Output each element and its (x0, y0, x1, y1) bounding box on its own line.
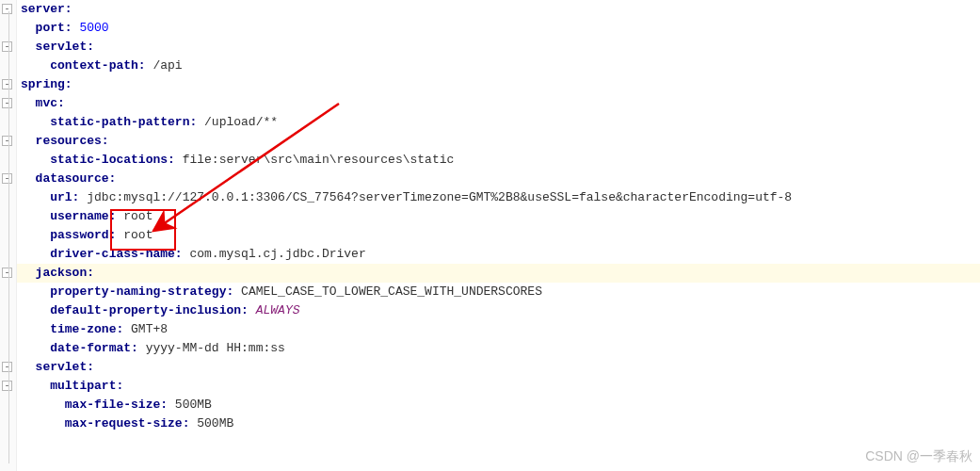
code-line: max-file-size: 500MB (17, 396, 980, 414)
yaml-value: CAMEL_CASE_TO_LOWER_CASE_WITH_UNDERSCORE… (241, 284, 542, 299)
yaml-value: GMT+8 (131, 322, 168, 336)
yaml-key: static-locations: (50, 153, 175, 167)
code-line: servlet: (17, 358, 980, 377)
yaml-key: servlet: (36, 40, 94, 54)
fold-toggle[interactable]: - (2, 98, 12, 108)
yaml-key: driver-class-name: (50, 247, 182, 261)
watermark: CSDN @一季春秋 (865, 447, 972, 465)
code-line: spring: (17, 75, 980, 94)
yaml-key: jackson: (36, 266, 94, 280)
code-line: password: root (17, 226, 980, 245)
fold-toggle[interactable]: - (2, 381, 12, 391)
yaml-key: port: (36, 21, 72, 35)
code-line: time-zone: GMT+8 (17, 320, 980, 339)
yaml-value: 500MB (197, 416, 233, 430)
fold-toggle[interactable]: - (2, 4, 12, 14)
yaml-key: username: (50, 209, 116, 223)
yaml-key: time-zone: (50, 322, 123, 336)
fold-toggle[interactable]: - (2, 362, 12, 372)
code-line: context-path: /api (17, 57, 980, 75)
fold-toggle[interactable]: - (2, 136, 12, 146)
yaml-key: max-file-size: (65, 398, 168, 412)
code-line: default-property-inclusion: ALWAYS (17, 301, 980, 320)
fold-toggle[interactable]: - (2, 79, 12, 89)
code-line: static-path-pattern: /upload/** (17, 113, 980, 132)
yaml-value: ALWAYS (256, 303, 300, 317)
yaml-key: max-request-size: (65, 416, 190, 430)
yaml-key: static-path-pattern: (50, 115, 197, 129)
fold-toggle[interactable]: - (2, 173, 12, 184)
yaml-value: root (123, 209, 153, 223)
code-line: datasource: (17, 170, 980, 188)
code-editor[interactable]: server: port: 5000 servlet: context-path… (17, 0, 980, 433)
yaml-key: context-path: (50, 58, 145, 73)
code-line: mvc: (17, 94, 980, 113)
yaml-value: com.mysql.cj.jdbc.Driver (189, 247, 365, 261)
yaml-value: jdbc:mysql://127.0.0.1:3306/CS_77564?ser… (87, 190, 792, 204)
yaml-value: 5000 (79, 21, 108, 35)
yaml-key: mvc: (36, 96, 65, 110)
yaml-value: /upload/** (204, 115, 278, 129)
yaml-value: root (123, 228, 153, 242)
yaml-value: 500MB (175, 398, 212, 412)
yaml-key: servlet: (36, 360, 94, 374)
code-line: static-locations: file:server\src\main\r… (17, 151, 980, 170)
fold-toggle[interactable]: - (2, 41, 12, 52)
fold-toggle[interactable]: - (2, 268, 12, 278)
code-line: url: jdbc:mysql://127.0.0.1:3306/CS_7756… (17, 188, 980, 207)
editor-gutter: - - - - - - - - - (0, 0, 17, 471)
code-line: max-request-size: 500MB (17, 414, 980, 433)
yaml-key: date-format: (50, 341, 138, 355)
code-line: servlet: (17, 38, 980, 57)
yaml-value: yyyy-MM-dd HH:mm:ss (146, 341, 285, 355)
yaml-key: resources: (36, 134, 109, 148)
code-line: resources: (17, 132, 980, 151)
code-line: date-format: yyyy-MM-dd HH:mm:ss (17, 339, 980, 358)
yaml-key: spring: (21, 77, 72, 91)
code-line: port: 5000 (17, 19, 980, 38)
code-line: server: (17, 0, 980, 19)
yaml-key: datasource: (36, 171, 117, 186)
yaml-key: default-property-inclusion: (50, 303, 249, 317)
yaml-key: password: (50, 228, 116, 242)
code-line-highlight: jackson: (17, 264, 980, 283)
yaml-key: server: (21, 2, 72, 16)
yaml-key: property-naming-strategy: (50, 284, 233, 299)
code-line: property-naming-strategy: CAMEL_CASE_TO_… (17, 283, 980, 301)
yaml-value: /api (153, 58, 182, 73)
yaml-value: file:server\src\main\resources\static (183, 153, 455, 167)
yaml-key: multipart: (50, 379, 123, 393)
yaml-key: url: (50, 190, 79, 204)
code-line: username: root (17, 207, 980, 226)
code-line: multipart: (17, 377, 980, 396)
code-line: driver-class-name: com.mysql.cj.jdbc.Dri… (17, 245, 980, 264)
